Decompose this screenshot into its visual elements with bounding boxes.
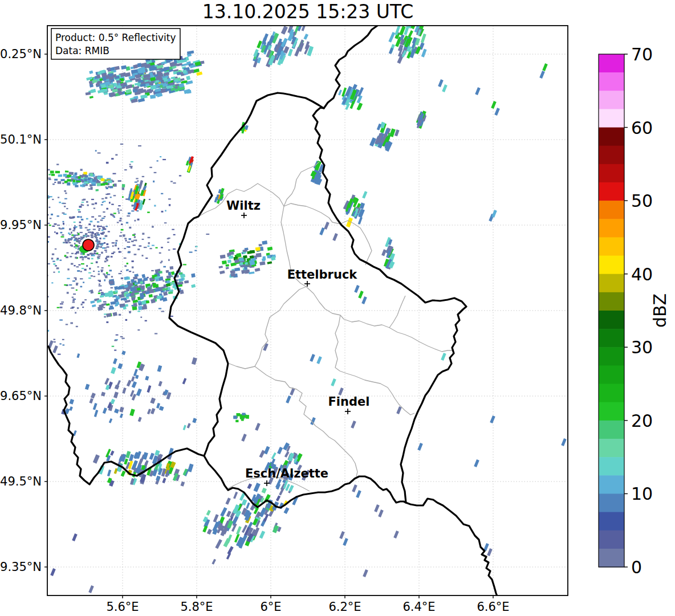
echo-cell [34,282,35,283]
echo-cell [105,251,107,252]
echo-cell [338,89,342,95]
city-marker-ettelbruck: Ettelbruck [287,268,358,287]
echo-cell [417,443,423,451]
echo-cell [154,172,157,173]
echo-cell [52,199,54,200]
echo-cell [156,403,160,409]
canton-border [255,366,357,476]
city-label: Esch/Alzette [245,467,328,480]
echo-cell [77,232,79,234]
echo-cell [263,343,269,351]
echo-cell [101,252,103,254]
echo-cell [66,256,68,258]
echo-cell [156,247,158,248]
echo-cell [78,209,80,211]
echo-cell [86,92,91,95]
echo-cell [168,198,171,199]
echo-cell [93,271,95,272]
echo-cell [89,398,93,403]
echo-cell [74,173,77,176]
echo-cell [74,222,76,223]
echo-cell [71,263,73,265]
echo-cell [191,284,196,288]
echo-cell [343,538,348,546]
echo-cell [58,174,62,177]
echo-cell [99,228,101,229]
echo-cell [283,46,290,54]
echo-cell [105,186,107,187]
colorbar-segment [599,292,624,311]
y-tick-label: 49.8°N [0,304,42,317]
echo-cell [66,208,68,209]
echo-cell [168,291,173,294]
echo-cell [57,307,60,308]
echo-cell [143,278,148,282]
echo-cell [150,398,156,404]
echo-cell [129,271,131,272]
echo-cell [30,214,32,215]
echo-cell [34,239,35,241]
echo-cell [96,262,98,263]
echo-cell [101,267,104,268]
echo-cell [147,409,151,414]
echo-cell [132,260,134,262]
echo-cell [138,417,142,422]
colorbar: 706050403020100 [599,44,653,577]
echo-cell [88,232,90,233]
echo-cell [87,205,88,206]
echo-cell [33,203,35,205]
echo-cell [113,358,117,365]
echo-cell [85,227,88,229]
colorbar-segment [599,457,624,476]
echo-cell [78,211,81,213]
echo-cell [137,311,140,312]
echo-cell [90,221,93,222]
echo-cell [133,244,136,246]
echo-cell [96,238,97,240]
echo-cell [206,234,209,235]
echo-cell [54,223,57,225]
echo-cell [255,268,261,272]
echo-cell [48,207,50,208]
echo-cell [98,271,100,272]
echo-cell [74,243,76,244]
echo-cell [137,63,142,67]
echo-cell [76,326,78,327]
echo-cell [42,342,44,344]
echo-cell [241,434,247,442]
colorbar-segment [599,256,624,275]
echo-cell [120,218,122,219]
echo-cell [99,289,102,291]
echo-cell [0,252,2,254]
echo-cell [82,257,84,259]
echo-cell [294,47,300,56]
echo-cell [226,267,229,270]
echo-cell [284,451,290,458]
echo-cell [99,281,101,282]
echo-cell [141,287,145,290]
echo-cell [115,242,117,244]
echo-cell [421,48,427,57]
echo-cell [262,258,266,262]
echo-cell [131,167,132,169]
echo-cell [150,95,156,99]
echo-cell [75,253,77,254]
colorbar-segment [599,237,624,256]
echo-cell [82,301,84,303]
echo-cell [128,252,131,254]
echo-cell [388,32,395,43]
echo-cell [70,323,73,324]
echo-cell [91,258,93,260]
echo-cell [82,307,84,308]
echo-cell [152,226,154,227]
echo-cell [352,484,357,492]
echo-cell [112,245,114,247]
echo-cell [226,264,229,267]
echo-cell [58,197,59,198]
echo-cell [51,258,53,259]
echo-cell [277,447,283,454]
echo-cell [98,246,100,248]
echo-cell [50,170,54,173]
echo-cell [141,305,147,309]
echo-cell [226,553,231,560]
